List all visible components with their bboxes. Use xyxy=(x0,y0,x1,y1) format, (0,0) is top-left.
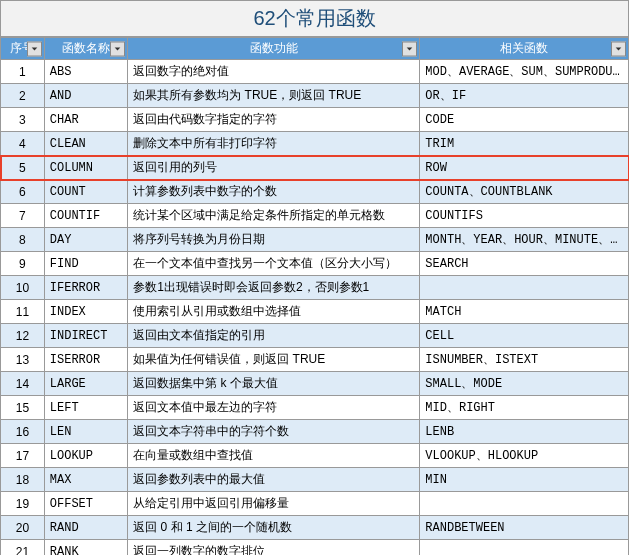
cell-name: IFERROR xyxy=(44,276,127,300)
filter-dropdown-icon[interactable] xyxy=(110,41,125,56)
cell-n: 11 xyxy=(1,300,45,324)
table-row: 11INDEX使用索引从引用或数组中选择值MATCH xyxy=(1,300,629,324)
cell-name: COUNTIF xyxy=(44,204,127,228)
table-row: 5COLUMN返回引用的列号ROW xyxy=(1,156,629,180)
cell-n: 15 xyxy=(1,396,45,420)
cell-func: 返回文本字符串中的字符个数 xyxy=(128,420,420,444)
table-row: 13ISERROR如果值为任何错误值，则返回 TRUEISNUMBER、ISTE… xyxy=(1,348,629,372)
column-header[interactable]: 序号 xyxy=(1,38,45,60)
cell-rel: OR、IF xyxy=(420,84,629,108)
cell-rel: MATCH xyxy=(420,300,629,324)
cell-rel: COUNTA、COUNTBLANK xyxy=(420,180,629,204)
cell-n: 18 xyxy=(1,468,45,492)
cell-rel: COUNTIFS xyxy=(420,204,629,228)
cell-n: 6 xyxy=(1,180,45,204)
cell-name: LARGE xyxy=(44,372,127,396)
cell-name: OFFSET xyxy=(44,492,127,516)
cell-name: ABS xyxy=(44,60,127,84)
cell-rel: SEARCH xyxy=(420,252,629,276)
header-label: 函数功能 xyxy=(250,41,298,55)
cell-name: COLUMN xyxy=(44,156,127,180)
table-row: 21RANK返回一列数字的数字排位 xyxy=(1,540,629,556)
column-header[interactable]: 函数名称 xyxy=(44,38,127,60)
cell-func: 返回文本值中最左边的字符 xyxy=(128,396,420,420)
table-row: 8DAY将序列号转换为月份日期MONTH、YEAR、HOUR、MINUTE、SE… xyxy=(1,228,629,252)
cell-name: DAY xyxy=(44,228,127,252)
header-label: 相关函数 xyxy=(500,41,548,55)
cell-name: LEFT xyxy=(44,396,127,420)
column-header[interactable]: 相关函数 xyxy=(420,38,629,60)
cell-name: FIND xyxy=(44,252,127,276)
cell-func: 将序列号转换为月份日期 xyxy=(128,228,420,252)
cell-rel xyxy=(420,492,629,516)
cell-n: 3 xyxy=(1,108,45,132)
cell-rel: MONTH、YEAR、HOUR、MINUTE、SECOND、NOW xyxy=(420,228,629,252)
function-table: 序号函数名称函数功能相关函数 1ABS返回数字的绝对值MOD、AVERAGE、S… xyxy=(0,37,629,555)
table-row: 12INDIRECT返回由文本值指定的引用CELL xyxy=(1,324,629,348)
table-row: 1ABS返回数字的绝对值MOD、AVERAGE、SUM、SUMPRODUCT xyxy=(1,60,629,84)
cell-func: 统计某个区域中满足给定条件所指定的单元格数 xyxy=(128,204,420,228)
cell-rel: SMALL、MODE xyxy=(420,372,629,396)
table-row: 20RAND返回 0 和 1 之间的一个随机数RANDBETWEEN xyxy=(1,516,629,540)
cell-func: 计算参数列表中数字的个数 xyxy=(128,180,420,204)
cell-func: 返回引用的列号 xyxy=(128,156,420,180)
cell-func: 使用索引从引用或数组中选择值 xyxy=(128,300,420,324)
cell-n: 13 xyxy=(1,348,45,372)
table-row: 10IFERROR参数1出现错误时即会返回参数2，否则参数1 xyxy=(1,276,629,300)
cell-n: 2 xyxy=(1,84,45,108)
cell-rel xyxy=(420,540,629,556)
table-row: 9FIND在一个文本值中查找另一个文本值（区分大小写）SEARCH xyxy=(1,252,629,276)
cell-rel: CELL xyxy=(420,324,629,348)
cell-name: LEN xyxy=(44,420,127,444)
table-row: 6COUNT计算参数列表中数字的个数COUNTA、COUNTBLANK xyxy=(1,180,629,204)
table-row: 19OFFSET从给定引用中返回引用偏移量 xyxy=(1,492,629,516)
cell-n: 9 xyxy=(1,252,45,276)
table-row: 14LARGE返回数据集中第 k 个最大值SMALL、MODE xyxy=(1,372,629,396)
cell-name: RANK xyxy=(44,540,127,556)
cell-rel: LENB xyxy=(420,420,629,444)
cell-n: 1 xyxy=(1,60,45,84)
cell-func: 返回参数列表中的最大值 xyxy=(128,468,420,492)
table-row: 4CLEAN删除文本中所有非打印字符TRIM xyxy=(1,132,629,156)
cell-func: 如果值为任何错误值，则返回 TRUE xyxy=(128,348,420,372)
cell-name: CHAR xyxy=(44,108,127,132)
cell-name: RAND xyxy=(44,516,127,540)
column-header[interactable]: 函数功能 xyxy=(128,38,420,60)
cell-name: INDIRECT xyxy=(44,324,127,348)
cell-n: 20 xyxy=(1,516,45,540)
table-row: 2AND如果其所有参数均为 TRUE，则返回 TRUEOR、IF xyxy=(1,84,629,108)
cell-n: 10 xyxy=(1,276,45,300)
cell-func: 返回由代码数字指定的字符 xyxy=(128,108,420,132)
filter-dropdown-icon[interactable] xyxy=(611,41,626,56)
cell-rel: ISNUMBER、ISTEXT xyxy=(420,348,629,372)
cell-n: 7 xyxy=(1,204,45,228)
cell-rel: CODE xyxy=(420,108,629,132)
table-row: 15LEFT返回文本值中最左边的字符MID、RIGHT xyxy=(1,396,629,420)
cell-n: 12 xyxy=(1,324,45,348)
cell-func: 返回一列数字的数字排位 xyxy=(128,540,420,556)
header-label: 函数名称 xyxy=(62,41,110,55)
cell-func: 返回数据集中第 k 个最大值 xyxy=(128,372,420,396)
cell-rel: TRIM xyxy=(420,132,629,156)
table-row: 7COUNTIF统计某个区域中满足给定条件所指定的单元格数COUNTIFS xyxy=(1,204,629,228)
cell-n: 4 xyxy=(1,132,45,156)
cell-func: 返回数字的绝对值 xyxy=(128,60,420,84)
cell-name: INDEX xyxy=(44,300,127,324)
cell-rel: MOD、AVERAGE、SUM、SUMPRODUCT xyxy=(420,60,629,84)
cell-n: 21 xyxy=(1,540,45,556)
cell-rel: ROW xyxy=(420,156,629,180)
cell-n: 14 xyxy=(1,372,45,396)
cell-n: 8 xyxy=(1,228,45,252)
cell-n: 16 xyxy=(1,420,45,444)
cell-func: 从给定引用中返回引用偏移量 xyxy=(128,492,420,516)
cell-name: ISERROR xyxy=(44,348,127,372)
cell-func: 在一个文本值中查找另一个文本值（区分大小写） xyxy=(128,252,420,276)
cell-rel xyxy=(420,276,629,300)
cell-name: AND xyxy=(44,84,127,108)
filter-dropdown-icon[interactable] xyxy=(402,41,417,56)
cell-name: CLEAN xyxy=(44,132,127,156)
cell-n: 19 xyxy=(1,492,45,516)
cell-rel: MIN xyxy=(420,468,629,492)
cell-rel: VLOOKUP、HLOOKUP xyxy=(420,444,629,468)
filter-dropdown-icon[interactable] xyxy=(27,41,42,56)
